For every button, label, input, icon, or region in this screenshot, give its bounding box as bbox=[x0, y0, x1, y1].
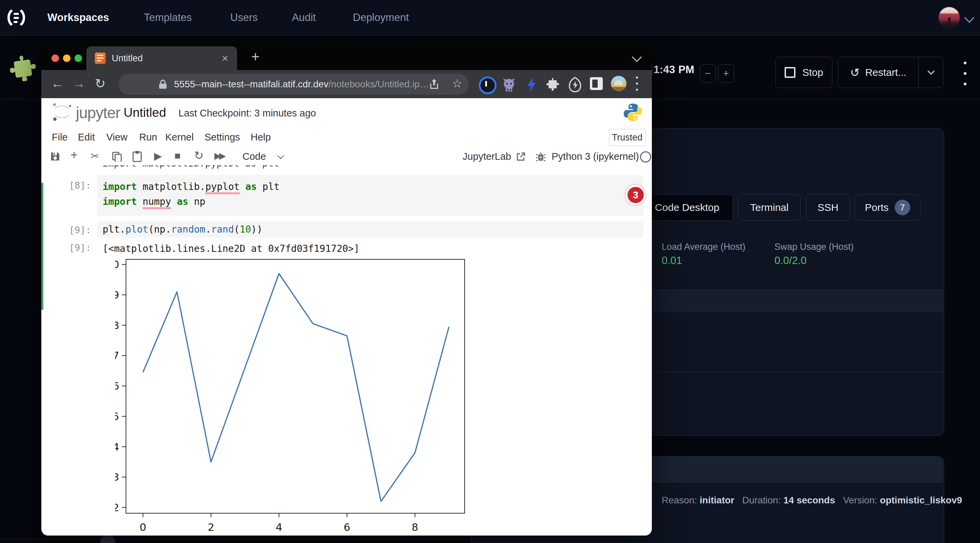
coder-logo-icon[interactable] bbox=[6, 8, 26, 27]
trusted-button[interactable]: Trusted bbox=[609, 129, 646, 146]
reload-button[interactable]: ↻ bbox=[95, 76, 106, 91]
debugger-bug-icon[interactable] bbox=[536, 151, 546, 162]
menu-run[interactable]: Run bbox=[139, 132, 157, 143]
chevron-down-icon[interactable] bbox=[964, 13, 975, 23]
kernel-status-icon bbox=[640, 151, 651, 162]
menu-help[interactable]: Help bbox=[251, 132, 271, 143]
cell9-code: plt.plot(np.random.rand(10)) bbox=[97, 221, 643, 236]
stop-label: Stop bbox=[802, 67, 823, 78]
restart-run-all-icon[interactable]: ▶▶ bbox=[214, 151, 224, 161]
reason-value: initiator bbox=[700, 495, 735, 505]
svg-text:0.2: 0.2 bbox=[115, 501, 119, 514]
svg-text:0.3: 0.3 bbox=[115, 471, 119, 483]
build-info-row: Reason: initiator Duration: 14 seconds V… bbox=[662, 495, 962, 506]
leaf-bolt-extension-icon[interactable] bbox=[568, 76, 582, 93]
restart-label: Restart... bbox=[865, 67, 907, 78]
matplotlib-line-chart: 0.20.30.40.50.60.70.80.91.002468 bbox=[115, 257, 484, 535]
tab-terminal[interactable]: Terminal bbox=[738, 194, 800, 221]
restart-workspace-button[interactable]: ↺ Restart... bbox=[838, 57, 943, 88]
profile-avatar[interactable] bbox=[611, 76, 627, 91]
nav-item-users[interactable]: Users bbox=[230, 0, 258, 35]
zoom-out-button[interactable]: − bbox=[700, 64, 716, 83]
minimize-window-light[interactable] bbox=[63, 54, 70, 62]
url-path: /notebooks/Untitled.ip… bbox=[328, 79, 429, 89]
save-icon[interactable] bbox=[50, 151, 60, 162]
checkpoint-status: Last Checkpoint: 3 minutes ago bbox=[178, 108, 316, 119]
restart-dropdown[interactable] bbox=[919, 57, 943, 88]
browser-tab[interactable]: Untitled × bbox=[86, 46, 237, 70]
side-panel-icon[interactable] bbox=[590, 77, 603, 90]
run-cell-icon[interactable]: ▶ bbox=[154, 150, 162, 162]
forward-button[interactable]: → bbox=[72, 76, 85, 91]
swap-usage-value: 0.0/2.0 bbox=[775, 254, 807, 267]
notebook-favicon-icon bbox=[95, 52, 106, 64]
cell-type-select[interactable]: Code bbox=[242, 151, 266, 162]
nav-item-audit[interactable]: Audit bbox=[292, 0, 316, 35]
scrolled-cell-partial: import matplotlib.pyplot as plt bbox=[102, 165, 407, 170]
copy-cell-icon[interactable] bbox=[112, 151, 122, 162]
workspace-time: 1:43 PM bbox=[654, 64, 695, 76]
nav-item-deployment[interactable]: Deployment bbox=[353, 0, 409, 35]
new-tab-button[interactable]: + bbox=[251, 49, 260, 65]
paste-cell-icon[interactable] bbox=[132, 151, 142, 162]
svg-text:2: 2 bbox=[208, 521, 214, 533]
output-text: [<matplotlib.lines.Line2D at 0x7fd03f191… bbox=[103, 242, 360, 255]
zoom-in-button[interactable]: + bbox=[718, 64, 734, 83]
maximize-window-light[interactable] bbox=[75, 54, 82, 62]
url-text: 5555--main--test--matifali.atif.cdr.dev/… bbox=[174, 79, 429, 90]
tab-close-icon[interactable]: × bbox=[222, 52, 228, 65]
tab-search-chevron-icon[interactable] bbox=[632, 52, 642, 62]
interrupt-kernel-icon[interactable]: ■ bbox=[174, 150, 180, 162]
add-cell-icon[interactable]: + bbox=[70, 148, 78, 162]
load-average-label: Load Average (Host) bbox=[662, 242, 745, 252]
menu-view[interactable]: View bbox=[106, 132, 127, 143]
cell8-input[interactable]: import matplotlib.pyplot as plt import n… bbox=[97, 175, 643, 216]
restart-kernel-icon[interactable]: ↻ bbox=[194, 149, 204, 162]
svg-text:0.9: 0.9 bbox=[115, 289, 119, 301]
cell-type-chevron-icon[interactable] bbox=[277, 152, 284, 159]
bookmark-star-icon[interactable]: ☆ bbox=[452, 76, 462, 90]
tab-ports[interactable]: Ports 7 bbox=[855, 194, 920, 221]
svg-text:0.6: 0.6 bbox=[115, 380, 119, 392]
svg-text:8: 8 bbox=[412, 521, 418, 533]
share-icon[interactable] bbox=[430, 78, 439, 90]
nav-item-templates[interactable]: Templates bbox=[144, 0, 192, 35]
browser-menu-kebab[interactable] bbox=[636, 76, 638, 91]
cell8-line2: import numpy as np bbox=[97, 193, 643, 208]
ports-label: Ports bbox=[865, 202, 889, 213]
restart-main[interactable]: ↺ Restart... bbox=[838, 57, 918, 88]
browser-window: Untitled × + ← → ↻ 5555--main--test--mat… bbox=[41, 44, 652, 535]
menu-kernel[interactable]: Kernel bbox=[165, 132, 194, 143]
close-window-light[interactable] bbox=[51, 54, 59, 62]
jupyterlab-link[interactable]: JupyterLab bbox=[463, 151, 511, 162]
kernel-name[interactable]: Python 3 (ipykernel) bbox=[552, 151, 639, 162]
back-button[interactable]: ← bbox=[51, 76, 64, 91]
svg-text:1.0: 1.0 bbox=[115, 258, 119, 270]
stop-icon bbox=[784, 67, 795, 78]
user-avatar[interactable] bbox=[939, 7, 960, 28]
swap-usage-label: Swap Usage (Host) bbox=[775, 242, 854, 252]
notebook-title[interactable]: Untitled bbox=[124, 106, 166, 120]
notification-badge[interactable]: 3 bbox=[626, 185, 646, 205]
external-link-icon[interactable] bbox=[516, 152, 525, 162]
nav-item-workspaces[interactable]: Workspaces bbox=[48, 0, 109, 35]
onepassword-extension-icon[interactable] bbox=[479, 76, 496, 94]
extensions-puzzle-icon[interactable] bbox=[547, 76, 562, 91]
load-average-value: 0.01 bbox=[662, 254, 682, 267]
menu-edit[interactable]: Edit bbox=[78, 132, 95, 143]
address-bar[interactable]: 5555--main--test--matifali.atif.cdr.dev/… bbox=[119, 74, 469, 95]
svg-text:0.8: 0.8 bbox=[115, 319, 119, 332]
svg-text:0: 0 bbox=[140, 521, 146, 533]
github-octocat-icon[interactable] bbox=[501, 76, 517, 92]
workspace-menu-kebab[interactable] bbox=[964, 62, 966, 85]
stop-workspace-button[interactable]: Stop bbox=[775, 57, 832, 88]
active-cell-indicator bbox=[41, 183, 43, 310]
svg-text:4: 4 bbox=[276, 521, 282, 533]
menu-settings[interactable]: Settings bbox=[205, 132, 240, 143]
svg-text:0.4: 0.4 bbox=[115, 441, 119, 453]
menu-file[interactable]: File bbox=[52, 132, 68, 143]
tab-ssh[interactable]: SSH bbox=[806, 194, 850, 221]
lightning-bolt-extension-icon[interactable] bbox=[525, 76, 538, 93]
cell9-input[interactable]: plt.plot(np.random.rand(10)) bbox=[97, 221, 643, 238]
cut-cell-icon[interactable]: ✂ bbox=[91, 150, 99, 162]
